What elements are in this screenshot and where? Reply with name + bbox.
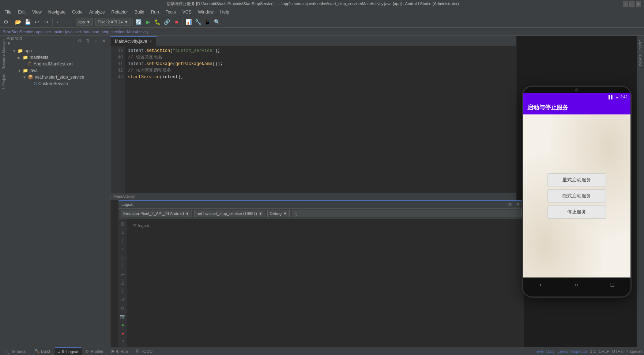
bc-src[interactable]: src <box>45 30 51 34</box>
resource-manager-tab[interactable]: Resource Manager <box>0 36 7 72</box>
avd-button[interactable]: 📱 <box>203 18 212 26</box>
snapshot-logcat-icon[interactable]: 📷 <box>119 313 127 320</box>
package-dropdown[interactable]: net.hw.start_stop_service (19957) ▼ <box>194 210 265 217</box>
layout-inspector-tab[interactable]: Layout Inspector <box>637 37 644 69</box>
menu-analyze[interactable]: Analyze <box>86 9 108 15</box>
menu-edit[interactable]: Edit <box>15 9 29 15</box>
sdk-button[interactable]: 🔧 <box>194 18 203 26</box>
gear-icon[interactable]: ⚙ <box>76 38 83 44</box>
bc-app[interactable]: app <box>36 30 42 34</box>
menu-window[interactable]: Window <box>195 9 216 15</box>
red-logcat-icon[interactable]: ● <box>119 330 127 337</box>
logcat-search-input[interactable] <box>292 210 522 217</box>
signal-icon: ▌▌ <box>609 95 614 99</box>
tab-profiler[interactable]: ▷ Profiler <box>83 347 107 355</box>
logcat-close-icon[interactable]: ✕ <box>515 201 521 208</box>
recents-nav-icon[interactable]: □ <box>608 280 617 289</box>
home-nav-icon[interactable]: ○ <box>572 280 581 289</box>
phone-btn2[interactable]: 隐式启动服务 <box>547 189 606 203</box>
profile-button[interactable]: 📊 <box>184 18 193 26</box>
search-button[interactable]: 🔍 <box>213 18 222 26</box>
level-dropdown[interactable]: Debug ▼ <box>267 210 290 217</box>
stop-button[interactable]: ■ <box>172 18 181 26</box>
toolbar-settings[interactable]: ⚙ <box>1 18 10 26</box>
restart-logcat-icon[interactable]: ↺ <box>119 297 127 303</box>
close-button[interactable]: ✕ <box>636 1 641 7</box>
down-logcat-icon[interactable]: ↓ <box>119 254 127 261</box>
minimize-button[interactable]: ─ <box>623 1 628 7</box>
tab-run[interactable]: ▶ 4: Run <box>108 347 131 355</box>
toolbar-undo[interactable]: ↩ <box>33 18 41 26</box>
sync-button[interactable]: 🔄 <box>134 18 143 26</box>
menu-run[interactable]: Run <box>148 9 162 15</box>
attach-button[interactable]: 🔗 <box>163 18 172 26</box>
tree-androidmanifest[interactable]: 🗒 AndroidManifest.xml <box>8 61 110 67</box>
menu-refactor[interactable]: Refactor <box>109 9 131 15</box>
emulator-dropdown[interactable]: Emulator Pixel_2_API_24 Android ▼ <box>121 210 192 217</box>
code-content[interactable]: intent.setAction("custom_service"); // 设… <box>125 46 516 193</box>
editor-tabs: MainActivity.java ✕ <box>110 36 516 46</box>
sort-icon[interactable]: ⇅ <box>84 38 91 44</box>
build-icon: 🔨 <box>34 349 39 354</box>
phone-btn3[interactable]: 停止服务 <box>547 205 606 219</box>
menu-file[interactable]: File <box>1 9 14 15</box>
green-logcat-icon[interactable]: ● <box>119 322 127 329</box>
bc-hw[interactable]: hw <box>84 30 89 34</box>
tab-mainactivity[interactable]: MainActivity.java ✕ <box>110 36 157 46</box>
logcat-sidebar: 🗑 ⤓ ↑ ↓ ⇌ 🖨 ↺ ⚙ 📷 ● ● ? <box>118 219 127 347</box>
bc-java[interactable]: java <box>65 30 72 34</box>
wrap-logcat-icon[interactable]: ⇌ <box>119 271 127 278</box>
debug-button[interactable]: 🐛 <box>153 18 162 26</box>
main-area: Resource Manager 1: Project Android ▼ ⚙ … <box>0 36 644 347</box>
back-nav-icon[interactable]: ‹ <box>536 280 545 289</box>
print-logcat-icon[interactable]: 🖨 <box>119 279 127 286</box>
tab-logcat[interactable]: ≡ 6: Logcat <box>54 347 82 355</box>
menu-tools[interactable]: Tools <box>163 9 179 15</box>
tree-app[interactable]: ▼ 📁 app <box>8 48 110 54</box>
project-tab[interactable]: 1: Project <box>0 72 7 92</box>
bc-net[interactable]: net <box>75 30 81 34</box>
collapse-all-icon[interactable]: ≡ <box>93 38 99 44</box>
toolbar-save[interactable]: 💾 <box>23 18 32 26</box>
tree-customservice[interactable]: C CustomService <box>8 80 110 87</box>
phone-btn1[interactable]: 显式启动服务 <box>547 173 606 186</box>
bc-mainactivity[interactable]: MainActivity <box>127 30 149 34</box>
tab-terminal[interactable]: >_ Terminal <box>1 347 30 355</box>
device-dropdown[interactable]: Pixel 2 API 24 ▼ <box>95 18 131 26</box>
clear-logcat-icon[interactable]: 🗑 <box>119 220 127 227</box>
help-logcat-icon[interactable]: ? <box>119 339 127 345</box>
tab-build[interactable]: 🔨 Build <box>31 347 53 355</box>
menu-navigate[interactable]: Navigate <box>45 9 68 15</box>
scroll-logcat-icon[interactable]: ⤓ <box>119 229 127 236</box>
toolbar-back[interactable]: ← <box>54 18 63 26</box>
breadcrumb: StartStopService › app › src › main › ja… <box>0 28 644 36</box>
close-panel-icon[interactable]: ✕ <box>101 38 107 44</box>
scope-selector[interactable]: Android ▼ <box>11 38 18 44</box>
menu-build[interactable]: Build <box>132 9 147 15</box>
up-logcat-icon[interactable]: ↑ <box>119 246 127 253</box>
toolbar-redo[interactable]: ↪ <box>42 18 51 26</box>
sep4 <box>132 18 133 26</box>
app-dropdown[interactable]: app ▼ <box>76 18 93 26</box>
event-log-link[interactable]: Event Log <box>536 349 555 354</box>
bc-startStopService[interactable]: StartStopService <box>3 30 33 34</box>
tree-manifests[interactable]: ▶ 📁 manifests <box>8 54 110 61</box>
toolbar-open[interactable]: 📂 <box>14 18 22 26</box>
settings-logcat-icon[interactable]: ⚙ <box>119 305 127 312</box>
tree-java[interactable]: ▼ 📁 java <box>8 67 110 74</box>
maximize-button[interactable]: □ <box>629 1 634 7</box>
tree-label: app <box>25 48 32 53</box>
menu-view[interactable]: View <box>29 9 45 15</box>
menu-help[interactable]: Help <box>217 9 232 15</box>
logcat-gear-icon[interactable]: ⚙ <box>506 201 513 208</box>
bc-main[interactable]: main <box>54 30 63 34</box>
tree-package[interactable]: ▼ 📦 net.hw.start_stop_service <box>8 74 110 80</box>
run-button[interactable]: ▶ <box>144 18 152 26</box>
bc-start-stop[interactable]: start_stop_service <box>92 30 124 34</box>
tab-todo[interactable]: ☑ TODO <box>132 347 157 355</box>
tab-close-icon[interactable]: ✕ <box>149 39 152 44</box>
menu-vcs[interactable]: VCS <box>180 9 195 15</box>
toolbar-forward[interactable]: → <box>64 18 72 26</box>
layout-inspector-link[interactable]: Layout Inspector <box>557 349 587 354</box>
menu-code[interactable]: Code <box>69 9 86 15</box>
